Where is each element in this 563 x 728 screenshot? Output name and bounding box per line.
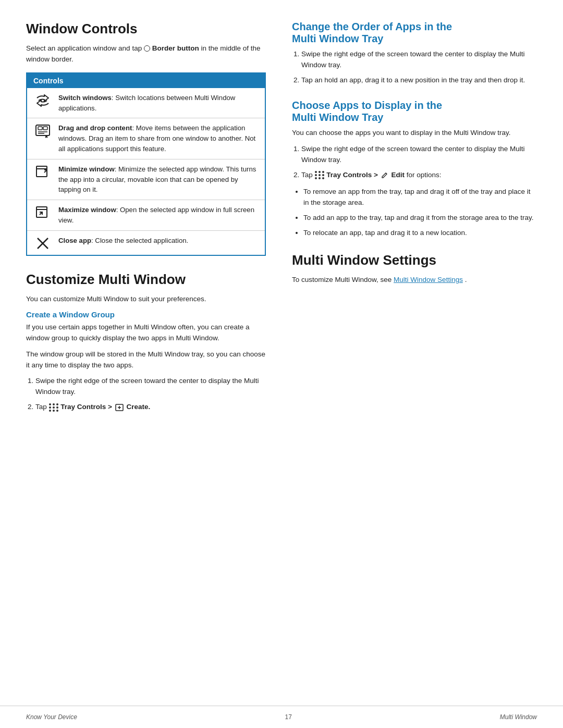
customize-section: Customize Multi Window You can customize…: [26, 272, 266, 413]
tray-controls-label2: Tray Controls >: [326, 171, 378, 179]
close-app-icon: [33, 237, 52, 250]
right-column: Change the Order of Apps in the Multi Wi…: [287, 21, 537, 690]
change-order-steps: Swipe the right edge of the screen towar…: [301, 49, 537, 86]
control-row-minimize: Minimize window: Minimize the selected a…: [27, 159, 265, 200]
create-group-para1: If you use certain apps together in Mult…: [26, 322, 266, 344]
footer-page-number: 17: [285, 713, 292, 721]
footer-left: Know Your Device: [26, 713, 77, 721]
tray-controls-icon2: [315, 171, 327, 179]
minimize-label: Minimize window: [58, 165, 115, 173]
create-group-step2: Tap Tray Controls >: [35, 402, 266, 413]
settings-intro-text: To customize Multi Window, see: [292, 276, 391, 283]
controls-table-header: Controls: [27, 73, 265, 88]
create-group-subtitle: Create a Window Group: [26, 310, 266, 319]
control-row-close: Close app: Close the selected applicatio…: [27, 231, 265, 255]
maximize-icon: [33, 206, 52, 220]
tray-controls-icon: [49, 403, 61, 411]
window-controls-title: Window Controls: [26, 21, 266, 37]
circle-border-icon: [144, 44, 152, 52]
settings-link[interactable]: Multi Window Settings: [394, 276, 463, 283]
footer-right: Multi Window: [500, 713, 537, 721]
drag-drop-icon: [33, 124, 52, 139]
choose-apps-section: Choose Apps to Display in the Multi Wind…: [292, 100, 537, 239]
edit-icon-inline: [380, 171, 391, 179]
close-app-label: Close app: [58, 237, 91, 244]
switch-windows-icon: [33, 94, 52, 107]
create-group-steps: Swipe the right edge of the screen towar…: [35, 376, 266, 413]
settings-intro-para: To customize Multi Window, see Multi Win…: [292, 275, 537, 286]
tap-label2: Tap: [301, 171, 315, 179]
left-column: Window Controls Select an application wi…: [26, 21, 266, 690]
intro-text-start: Select an application window and tap: [26, 44, 142, 52]
maximize-label: Maximize window: [58, 206, 116, 214]
minimize-icon: [33, 165, 52, 180]
maximize-text: Maximize window: Open the selected app w…: [58, 205, 259, 226]
customize-intro: You can customize Multi Window to suit y…: [26, 294, 266, 305]
close-app-desc: : Close the selected application.: [91, 237, 188, 244]
edit-label: Edit: [391, 171, 405, 179]
svg-rect-2: [43, 127, 47, 130]
page: Window Controls Select an application wi…: [0, 0, 563, 728]
switch-windows-text: Switch windows: Switch locations between…: [58, 93, 259, 114]
customize-title: Customize Multi Window: [26, 272, 266, 288]
bullet-2: To add an app to the tray, tap and drag …: [303, 213, 537, 224]
settings-section: Multi Window Settings To customize Multi…: [292, 252, 537, 286]
close-app-text: Close app: Close the selected applicatio…: [58, 236, 259, 246]
choose-apps-steps: Swipe the right edge of the screen towar…: [301, 144, 537, 181]
choose-apps-step1: Swipe the right edge of the screen towar…: [301, 144, 537, 166]
change-order-step1: Swipe the right edge of the screen towar…: [301, 49, 537, 71]
tap-label: Tap: [35, 403, 49, 411]
create-label: Create.: [126, 403, 150, 411]
control-row-maximize: Maximize window: Open the selected app w…: [27, 200, 265, 231]
settings-title: Multi Window Settings: [292, 252, 537, 268]
for-options: for options:: [407, 171, 442, 179]
choose-apps-step2: Tap Tray Controls >: [301, 170, 537, 181]
choose-apps-title: Choose Apps to Display in the Multi Wind…: [292, 100, 537, 124]
create-icon-inline: [114, 403, 127, 411]
content-area: Window Controls Select an application wi…: [0, 0, 563, 706]
create-group-para2: The window group will be stored in the M…: [26, 349, 266, 371]
tray-controls-label: Tray Controls >: [60, 403, 112, 411]
intro-bold: Border button: [152, 44, 199, 52]
svg-rect-1: [38, 127, 42, 130]
window-controls-intro: Select an application window and tap Bor…: [26, 43, 266, 65]
controls-table: Controls Switch windows: Switch location…: [26, 72, 266, 256]
bullet-3: To relocate an app, tap and drag it to a…: [303, 228, 537, 239]
change-order-title: Change the Order of Apps in the Multi Wi…: [292, 21, 537, 45]
page-footer: Know Your Device 17 Multi Window: [0, 706, 563, 728]
create-group-step1: Swipe the right edge of the screen towar…: [35, 376, 266, 398]
choose-apps-intro: You can choose the apps you want to disp…: [292, 128, 537, 139]
control-row-drag: Drag and drop content: Move items betwee…: [27, 118, 265, 159]
minimize-text: Minimize window: Minimize the selected a…: [58, 164, 259, 195]
drag-drop-text: Drag and drop content: Move items betwee…: [58, 123, 259, 154]
switch-windows-label: Switch windows: [58, 94, 112, 102]
bullet-1: To remove an app from the tray, tap and …: [303, 187, 537, 208]
drag-drop-label: Drag and drop content: [58, 124, 132, 132]
choose-apps-bullets: To remove an app from the tray, tap and …: [303, 187, 537, 239]
settings-end: .: [465, 276, 467, 283]
control-row-switch: Switch windows: Switch locations between…: [27, 88, 265, 119]
change-order-step2: Tap an hold an app, drag it to a new pos…: [301, 75, 537, 86]
